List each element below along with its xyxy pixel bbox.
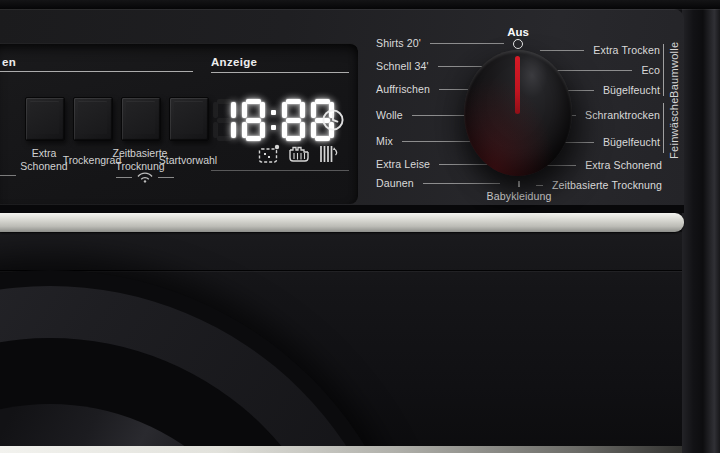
button-extra-schonend[interactable] xyxy=(25,97,65,141)
program-label: Wolle xyxy=(376,109,403,121)
program-label: Auffrischen xyxy=(376,83,430,95)
lint-filter-icon xyxy=(288,145,310,163)
group-bracket-feinwaesche xyxy=(663,103,664,153)
program-label: Eco xyxy=(641,64,660,76)
display-digit xyxy=(242,99,265,141)
wifi-icon xyxy=(136,170,154,183)
program-label: Bügelfeucht xyxy=(603,136,660,148)
button-cap xyxy=(78,101,107,134)
button-cap xyxy=(126,101,155,134)
program-label: Schranktrocken xyxy=(585,109,660,121)
panel-bottom-shadow xyxy=(0,205,684,213)
floor-strip xyxy=(0,446,720,453)
left-section-underline xyxy=(0,71,193,72)
door-frame-ring xyxy=(0,286,404,453)
display-underline-bottom xyxy=(211,170,349,171)
machine-side-panel xyxy=(682,0,720,453)
dial-off-dot xyxy=(513,39,523,49)
program-label: Bügelfeucht xyxy=(603,84,660,96)
program-label: Mix xyxy=(376,135,393,147)
program-dial-knob[interactable] xyxy=(464,50,572,176)
program-label: Extra Schonend xyxy=(585,159,662,171)
program-pointer-line xyxy=(540,50,584,51)
door[interactable] xyxy=(0,270,420,453)
group-label-feinwaesche: Feinwäsche xyxy=(666,99,681,157)
knob-red-pointer xyxy=(515,56,520,114)
program-pointer-line xyxy=(430,43,504,44)
button-zeitbasierte-trocknung[interactable] xyxy=(121,97,161,141)
clock-icon xyxy=(321,108,345,132)
water-tank-icon xyxy=(258,144,280,164)
display-underline-top xyxy=(211,72,349,73)
machine-front-body xyxy=(0,232,720,453)
babykleidung-tick xyxy=(518,181,520,187)
dryer-product-photo: en Anzeige Extra Schonend Trockengrad Ze… xyxy=(0,0,720,453)
door-inner-shadow-ring xyxy=(0,338,352,453)
program-pointer-line xyxy=(536,185,543,186)
program-pointer-line xyxy=(423,183,500,184)
heat-exchanger-icon xyxy=(319,144,339,164)
group-bracket-baumwolle xyxy=(663,44,664,96)
display-colon xyxy=(271,110,276,130)
button-startvorwahl[interactable] xyxy=(169,97,209,141)
display-time xyxy=(213,99,334,141)
body-seam-line xyxy=(0,270,720,271)
button-cap xyxy=(174,101,203,134)
program-label: Schnell 34' xyxy=(376,60,429,72)
display-digit xyxy=(282,99,305,141)
button-label: Startvorwahl xyxy=(156,146,220,174)
group-label-baumwolle: Baumwolle xyxy=(666,40,681,100)
edge-partial-line xyxy=(0,175,16,176)
program-label: Zeitbasierte Trocknung xyxy=(552,179,662,191)
control-panel: en Anzeige Extra Schonend Trockengrad Ze… xyxy=(0,0,684,233)
recessed-control-section: en Anzeige Extra Schonend Trockengrad Ze… xyxy=(0,43,358,204)
button-cap xyxy=(30,101,59,134)
program-label: Extra Leise xyxy=(376,158,430,170)
wifi-flank-line xyxy=(158,177,174,178)
program-label: Extra Trocken xyxy=(593,44,660,56)
program-label: Daunen xyxy=(376,177,414,189)
display-section-header: Anzeige xyxy=(211,56,257,68)
program-label: Shirts 20' xyxy=(376,37,421,49)
display-digit xyxy=(213,99,236,141)
wifi-flank-line xyxy=(116,177,132,178)
left-section-header-partial: en xyxy=(2,56,16,68)
silver-trim-strip xyxy=(0,213,684,232)
machine-top-edge xyxy=(0,0,720,9)
button-trockengrad[interactable] xyxy=(73,97,113,141)
